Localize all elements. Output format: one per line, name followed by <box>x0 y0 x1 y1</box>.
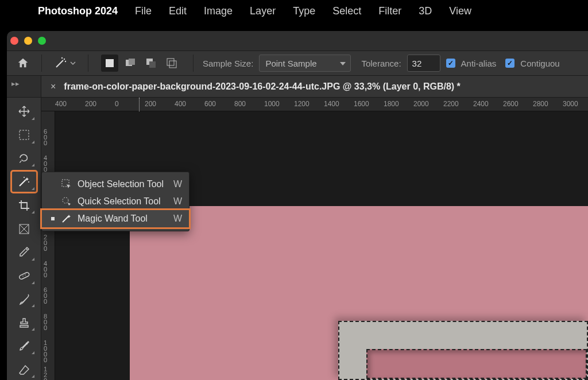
sample-size-dropdown[interactable]: Point Sample <box>259 55 351 72</box>
magic-wand-tool[interactable] <box>11 171 37 192</box>
eyedropper-icon <box>18 246 30 258</box>
canvas-area[interactable] <box>55 111 588 380</box>
window-minimize-button[interactable] <box>24 37 32 45</box>
selection-add-icon <box>125 57 136 69</box>
lasso-tool[interactable] <box>11 148 37 169</box>
ruler-tick: 600 <box>44 129 47 146</box>
eraser-tool[interactable] <box>11 359 37 380</box>
home-button[interactable] <box>14 54 32 72</box>
brush-icon <box>18 293 30 305</box>
document-close-button[interactable]: × <box>51 82 56 92</box>
ruler-vertical[interactable]: 600400200020040060080010001200 <box>41 111 55 380</box>
menu-filter[interactable]: Filter <box>378 5 401 17</box>
menu-image[interactable]: Image <box>204 5 233 17</box>
menu-view[interactable]: View <box>449 5 471 17</box>
magic-wand-icon <box>61 214 72 224</box>
ruler-tick: 200 <box>44 234 47 251</box>
tolerance-label: Tolerance: <box>361 59 401 68</box>
ruler-tick: 400 <box>55 100 67 108</box>
menu-select[interactable]: Select <box>332 5 361 17</box>
ruler-tick: 400 <box>175 100 186 108</box>
current-tool-indicator[interactable] <box>51 54 79 72</box>
chevron-down-icon <box>70 60 76 66</box>
ruler-tick: 400 <box>44 155 47 172</box>
tool-flyout-menu: Object Selection Tool W Quick Selection … <box>41 172 189 231</box>
move-tool[interactable] <box>11 101 37 122</box>
menu-layer[interactable]: Layer <box>250 5 276 17</box>
tolerance-input[interactable]: 32 <box>407 55 440 72</box>
brush-tool[interactable] <box>11 289 37 310</box>
window-zoom-button[interactable] <box>38 37 46 45</box>
ruler-tick: 1200 <box>294 100 310 108</box>
eyedropper-tool[interactable] <box>11 242 37 263</box>
anti-alias-checkbox[interactable]: ✓ <box>446 59 455 68</box>
selection-subtract-icon <box>145 57 157 69</box>
tools-panel <box>7 98 41 380</box>
traffic-lights <box>10 37 46 45</box>
menu-type[interactable]: Type <box>293 5 315 17</box>
ruler-tick: 2600 <box>503 100 519 108</box>
frame-tool[interactable] <box>11 218 37 239</box>
menu-file[interactable]: File <box>135 5 152 17</box>
marquee-tool[interactable] <box>11 125 37 146</box>
flyout-object-selection[interactable]: Object Selection Tool W <box>42 176 189 193</box>
panel-collapse-strip[interactable]: ▸▸ <box>7 76 41 98</box>
divider <box>41 55 42 72</box>
ruler-tick: 3000 <box>563 100 578 108</box>
flyout-magic-wand[interactable]: Magic Wand Tool W <box>42 210 189 227</box>
menu-edit[interactable]: Edit <box>169 5 187 17</box>
divider <box>193 55 194 72</box>
ruler-tick: 200 <box>85 100 96 108</box>
active-indicator-icon <box>51 217 55 220</box>
selection-new-button[interactable] <box>101 55 118 72</box>
ruler-cursor-mark <box>139 98 140 111</box>
ruler-tick: 2000 <box>413 100 429 108</box>
ruler-tick: 800 <box>234 100 246 108</box>
flyout-item-label: Magic Wand Tool <box>78 214 148 224</box>
svg-rect-10 <box>20 130 29 139</box>
svg-rect-14 <box>18 272 29 280</box>
app-name[interactable]: Photoshop 2024 <box>38 5 118 17</box>
healing-brush-tool[interactable] <box>11 265 37 286</box>
ruler-tick: 1000 <box>264 100 280 108</box>
contiguous-checkbox[interactable]: ✓ <box>505 59 514 68</box>
document-title[interactable]: frame-on-color-paper-background-2023-09-… <box>64 82 460 92</box>
magic-wand-icon <box>54 57 69 69</box>
image-background <box>130 206 588 380</box>
anti-alias-label: Anti-alias <box>461 59 497 68</box>
stamp-icon <box>18 316 30 329</box>
selection-new-icon <box>105 58 115 68</box>
menu-3d[interactable]: 3D <box>419 5 432 17</box>
selection-intersect-icon <box>166 57 177 69</box>
quick-selection-icon <box>61 196 72 207</box>
ruler-tick: 1400 <box>324 100 339 108</box>
move-icon <box>18 105 30 118</box>
ruler-tick: 800 <box>44 313 47 331</box>
window-close-button[interactable] <box>10 37 18 45</box>
svg-point-11 <box>28 181 29 183</box>
tolerance-value: 32 <box>412 59 422 68</box>
flyout-item-label: Quick Selection Tool <box>78 196 161 207</box>
flyout-item-shortcut: W <box>173 214 182 224</box>
home-icon <box>17 57 29 69</box>
flyout-quick-selection[interactable]: Quick Selection Tool W <box>42 193 189 210</box>
flyout-item-shortcut: W <box>173 179 182 189</box>
svg-point-1 <box>65 61 66 62</box>
ruler-tick: 0 <box>115 100 119 108</box>
sample-size-value: Point Sample <box>265 59 316 68</box>
history-brush-tool[interactable] <box>11 335 37 356</box>
ruler-tick: 1000 <box>44 340 47 363</box>
selection-intersect-button[interactable] <box>163 55 180 72</box>
selection-add-button[interactable] <box>122 55 139 72</box>
mac-menubar: Photoshop 2024 File Edit Image Layer Typ… <box>0 0 588 22</box>
crop-tool[interactable] <box>11 195 37 216</box>
ruler-horizontal[interactable]: 4002000200400600800100012001400160018002… <box>41 98 588 111</box>
lasso-icon <box>18 152 30 165</box>
clone-stamp-tool[interactable] <box>11 312 37 333</box>
svg-rect-7 <box>149 61 156 68</box>
svg-point-19 <box>63 197 68 203</box>
object-selection-icon <box>61 179 72 189</box>
selection-subtract-button[interactable] <box>142 55 160 72</box>
svg-rect-9 <box>169 61 176 68</box>
selection-marquee-outer <box>338 321 588 380</box>
